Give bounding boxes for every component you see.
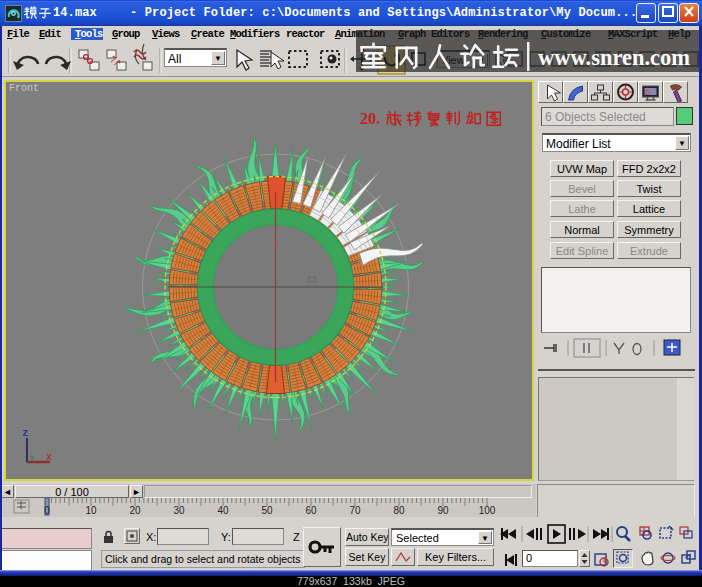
svg-text:10: 10 [85, 505, 97, 516]
svg-text:30: 30 [173, 505, 185, 516]
svg-text:x: x [46, 452, 52, 463]
svg-text:z: z [22, 427, 29, 439]
svg-text:y: y [30, 452, 35, 461]
svg-text:70: 70 [349, 505, 361, 516]
svg-text:50: 50 [261, 505, 273, 516]
svg-text:80: 80 [393, 505, 405, 516]
svg-text:40: 40 [217, 505, 229, 516]
svg-text:www.snren.com: www.snren.com [538, 45, 690, 70]
svg-text:20: 20 [129, 505, 141, 516]
svg-text:0: 0 [44, 505, 50, 516]
svg-text:D: D [646, 89, 651, 96]
svg-text:60: 60 [305, 505, 317, 516]
svg-text:90: 90 [437, 505, 449, 516]
svg-text:100: 100 [479, 505, 496, 516]
